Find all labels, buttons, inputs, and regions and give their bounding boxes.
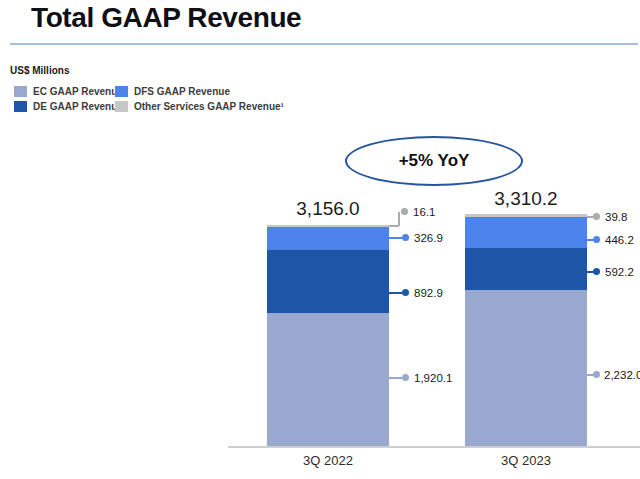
segment-dfs-3q2022	[267, 227, 389, 250]
total-3q2023: 3,310.2	[465, 188, 587, 210]
x-axis-line	[228, 446, 640, 448]
legend-label-ec: EC GAAP Revenue	[33, 86, 123, 97]
legend-swatch-other	[115, 101, 128, 112]
callout-value-ec-3q2022: 1,920.1	[414, 371, 452, 385]
legend-label-dfs: DFS GAAP Revenue	[134, 86, 230, 97]
page-title: Total GAAP Revenue	[31, 2, 301, 34]
segment-de-3q2022	[267, 250, 389, 313]
legend-swatch-dfs	[115, 86, 128, 97]
legend-swatch-de	[14, 101, 27, 112]
bar-3q2023	[465, 214, 587, 447]
callout-value-ec-3q2023: 2,232.0	[604, 368, 640, 382]
callout-value-de-3q2023: 592.2	[605, 265, 634, 279]
callout-dot-de-3q2022	[402, 289, 409, 296]
callout-dot-de-3q2023	[593, 268, 600, 275]
legend-label-de: DE GAAP Revenue	[33, 101, 123, 112]
callout-value-other-3q2023: 39.8	[605, 210, 627, 224]
revenue-slide: Total GAAP Revenue US$ Millions EC GAAP …	[0, 0, 640, 479]
legend-item-de: DE GAAP Revenue	[14, 101, 123, 112]
yoy-badge: +5% YoY	[345, 136, 523, 186]
callout-dot-other-3q2022	[401, 208, 408, 215]
category-label-3q2023: 3Q 2023	[465, 453, 587, 468]
segment-de-3q2023	[465, 248, 587, 290]
callout-line-de-3q2022	[389, 292, 402, 294]
category-label-3q2022: 3Q 2022	[267, 453, 389, 468]
callout-line-ec-3q2022	[389, 377, 402, 379]
callout-dot-ec-3q2022	[402, 374, 409, 381]
callout-value-de-3q2022: 892.9	[414, 286, 443, 300]
callout-riser-other-3q2022	[398, 212, 400, 226]
callout-dot-dfs-3q2022	[402, 234, 409, 241]
callout-dot-other-3q2023	[593, 213, 600, 220]
legend-label-other: Other Services GAAP Revenue¹	[134, 101, 284, 112]
legend-item-other: Other Services GAAP Revenue¹	[115, 101, 284, 112]
callout-line-dfs-3q2022	[389, 237, 402, 239]
segment-ec-3q2023	[465, 290, 587, 447]
legend-swatch-ec	[14, 86, 27, 97]
legend-item-dfs: DFS GAAP Revenue	[115, 86, 230, 97]
bar-3q2022	[267, 225, 389, 447]
segment-ec-3q2022	[267, 313, 389, 447]
callout-value-other-3q2022: 16.1	[413, 205, 435, 219]
callout-value-dfs-3q2022: 326.9	[414, 231, 443, 245]
header-divider	[10, 43, 638, 45]
callout-value-dfs-3q2023: 446.2	[605, 233, 634, 247]
units-label: US$ Millions	[10, 65, 69, 76]
callout-dot-ec-3q2023	[593, 371, 600, 378]
segment-dfs-3q2023	[465, 217, 587, 248]
yoy-label: +5% YoY	[399, 151, 470, 171]
legend-item-ec: EC GAAP Revenue	[14, 86, 123, 97]
callout-dot-dfs-3q2023	[593, 236, 600, 243]
total-3q2022: 3,156.0	[267, 198, 389, 220]
